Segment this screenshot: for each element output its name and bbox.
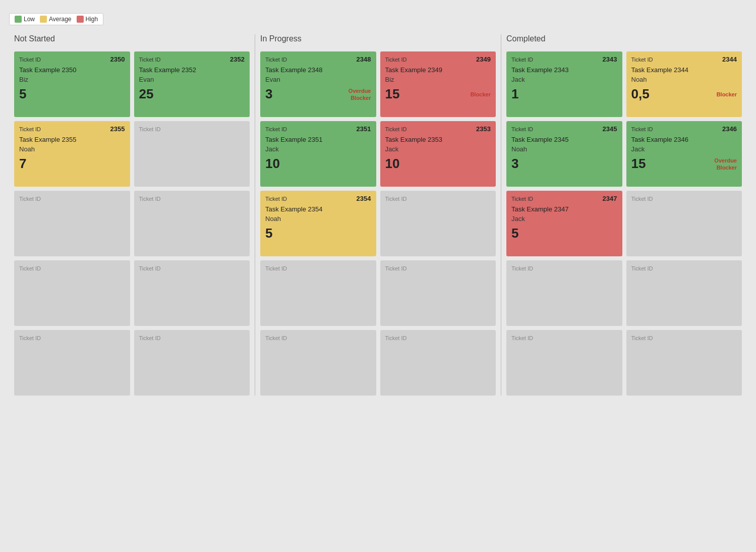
- empty-card: Ticket ID: [626, 191, 742, 256]
- card-2347[interactable]: Ticket ID 2347 Task Example 2347 Jack 5: [506, 191, 622, 256]
- card-header: Ticket ID 2343: [511, 56, 617, 63]
- card-assignee: Noah: [631, 76, 737, 83]
- card-id: 2344: [722, 56, 737, 63]
- empty-card: Ticket ID: [134, 330, 250, 396]
- column-completed: Completed Ticket ID 2343 Task Example 23…: [501, 34, 747, 396]
- card-id: 2354: [357, 195, 371, 202]
- card-header: Ticket ID 2350: [19, 56, 125, 63]
- tag-blocker: Blocker: [717, 164, 737, 171]
- card-footer: 10: [265, 156, 371, 172]
- card-ticket-label: Ticket ID: [265, 126, 287, 132]
- card-header: Ticket ID 2354: [265, 195, 371, 202]
- card-ticket-label: Ticket ID: [19, 126, 41, 132]
- card-number: 25: [139, 86, 154, 102]
- empty-card: Ticket ID: [626, 260, 742, 326]
- empty-card: Ticket ID: [380, 191, 496, 256]
- card-assignee: Noah: [511, 145, 617, 153]
- card-id: 2349: [476, 56, 491, 63]
- empty-card: Ticket ID: [506, 260, 622, 326]
- empty-card-label: Ticket ID: [139, 196, 161, 202]
- card-footer: 0,5 Blocker: [631, 86, 737, 102]
- card-id: 2347: [603, 195, 617, 202]
- empty-card: Ticket ID: [14, 260, 130, 326]
- card-footer: 7: [19, 156, 125, 172]
- empty-card-label: Ticket ID: [19, 335, 41, 341]
- legend-item-low: Low: [15, 16, 35, 23]
- card-2355[interactable]: Ticket ID 2355 Task Example 2355 Noah 7: [14, 121, 130, 187]
- empty-card-label: Ticket ID: [511, 265, 533, 271]
- card-title: Task Example 2348: [265, 66, 371, 74]
- empty-card-label: Ticket ID: [631, 265, 653, 271]
- card-2343[interactable]: Ticket ID 2343 Task Example 2343 Jack 1: [506, 51, 622, 117]
- card-2353[interactable]: Ticket ID 2353 Task Example 2353 Jack 10: [380, 121, 496, 187]
- column-in-progress: In Progress Ticket ID 2348 Task Example …: [255, 34, 501, 396]
- card-2352[interactable]: Ticket ID 2352 Task Example 2352 Evan 25: [134, 51, 250, 117]
- card-title: Task Example 2343: [511, 66, 617, 74]
- tag-blocker: Blocker: [351, 95, 371, 101]
- card-title: Task Example 2349: [385, 66, 491, 74]
- empty-card: Ticket ID: [260, 330, 376, 396]
- empty-card-label: Ticket ID: [265, 265, 287, 271]
- card-title: Task Example 2354: [265, 205, 371, 213]
- empty-card-label: Ticket ID: [511, 335, 533, 341]
- card-assignee: Evan: [265, 76, 371, 83]
- card-2351[interactable]: Ticket ID 2351 Task Example 2351 Jack 10: [260, 121, 376, 187]
- card-assignee: Jack: [385, 145, 491, 153]
- empty-card-label: Ticket ID: [631, 335, 653, 341]
- card-header: Ticket ID 2344: [631, 56, 737, 63]
- legend-swatch: [77, 16, 84, 23]
- cards-grid-completed: Ticket ID 2343 Task Example 2343 Jack 1 …: [506, 51, 742, 396]
- card-number: 7: [19, 156, 26, 172]
- card-header: Ticket ID 2346: [631, 125, 737, 133]
- card-assignee: Noah: [19, 145, 125, 153]
- card-2344[interactable]: Ticket ID 2344 Task Example 2344 Noah 0,…: [626, 51, 742, 117]
- card-ticket-label: Ticket ID: [511, 196, 533, 202]
- card-title: Task Example 2353: [385, 136, 491, 143]
- card-ticket-label: Ticket ID: [19, 57, 41, 63]
- tag-blocker: Blocker: [471, 91, 491, 97]
- card-tags: Blocker: [471, 91, 491, 97]
- empty-card-label: Ticket ID: [385, 265, 407, 271]
- card-number: 5: [19, 86, 26, 102]
- card-number: 3: [511, 156, 518, 172]
- empty-card-label: Ticket ID: [139, 265, 161, 271]
- card-2354[interactable]: Ticket ID 2354 Task Example 2354 Noah 5: [260, 191, 376, 256]
- empty-card: Ticket ID: [14, 330, 130, 396]
- card-ticket-label: Ticket ID: [631, 126, 653, 132]
- card-ticket-label: Ticket ID: [265, 196, 287, 202]
- card-id: 2355: [110, 125, 125, 133]
- card-title: Task Example 2350: [19, 66, 125, 74]
- card-title: Task Example 2352: [139, 66, 245, 74]
- card-2345[interactable]: Ticket ID 2345 Task Example 2345 Noah 3: [506, 121, 622, 187]
- cards-grid-not-started: Ticket ID 2350 Task Example 2350 Biz 5 T…: [14, 51, 250, 396]
- card-header: Ticket ID 2352: [139, 56, 245, 63]
- card-number: 0,5: [631, 86, 650, 102]
- legend-swatch: [40, 16, 47, 23]
- card-ticket-label: Ticket ID: [139, 57, 161, 63]
- card-assignee: Biz: [19, 76, 125, 83]
- card-id: 2353: [476, 125, 491, 133]
- card-ticket-label: Ticket ID: [511, 126, 533, 132]
- card-id: 2350: [110, 56, 125, 63]
- card-2349[interactable]: Ticket ID 2349 Task Example 2349 Biz 15 …: [380, 51, 496, 117]
- card-title: Task Example 2351: [265, 136, 371, 143]
- card-assignee: Evan: [139, 76, 245, 83]
- card-tags: OverdueBlocker: [714, 157, 737, 171]
- card-id: 2348: [357, 56, 371, 63]
- cards-grid-in-progress: Ticket ID 2348 Task Example 2348 Evan 3 …: [260, 51, 496, 396]
- empty-card: Ticket ID: [626, 330, 742, 396]
- legend-label: High: [86, 16, 98, 23]
- card-header: Ticket ID 2353: [385, 125, 491, 133]
- card-assignee: Jack: [631, 145, 737, 153]
- card-title: Task Example 2346: [631, 136, 737, 143]
- card-2346[interactable]: Ticket ID 2346 Task Example 2346 Jack 15…: [626, 121, 742, 187]
- card-2348[interactable]: Ticket ID 2348 Task Example 2348 Evan 3 …: [260, 51, 376, 117]
- card-ticket-label: Ticket ID: [631, 57, 653, 63]
- card-title: Task Example 2347: [511, 205, 617, 213]
- empty-card-label: Ticket ID: [265, 335, 287, 341]
- card-id: 2352: [230, 56, 245, 63]
- card-2350[interactable]: Ticket ID 2350 Task Example 2350 Biz 5: [14, 51, 130, 117]
- empty-card: Ticket ID: [506, 330, 622, 396]
- legend-item-high: High: [77, 16, 98, 23]
- column-header-completed: Completed: [506, 34, 742, 45]
